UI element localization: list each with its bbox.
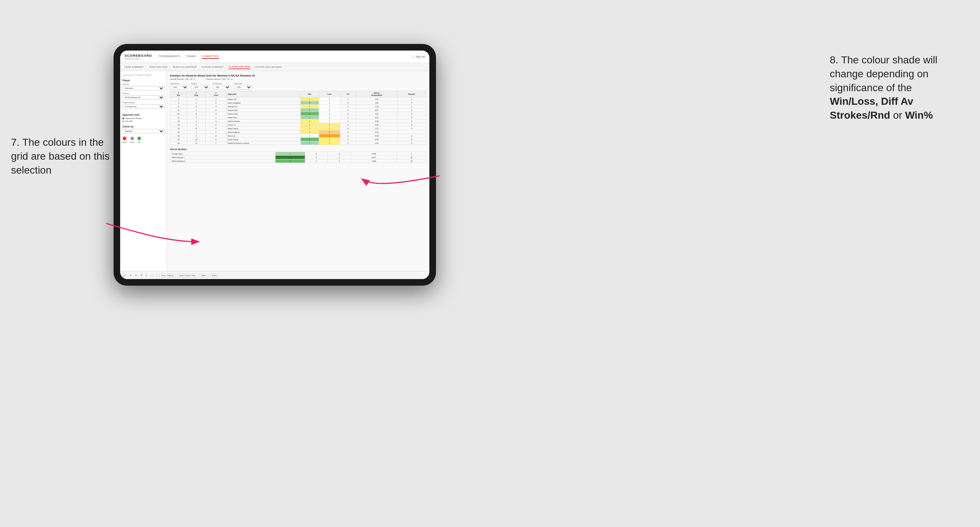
- share-btn[interactable]: Share: [210, 273, 219, 277]
- division-label: Division: [123, 92, 164, 94]
- filter-opponent-select[interactable]: (All): [234, 85, 252, 89]
- logo-title: SCOREBOARD: [124, 54, 152, 57]
- nav-item-committee[interactable]: COMMITTEE: [202, 54, 219, 59]
- main-data-table: #Div #Reg #Conf Opponent Win Loss Tie Di…: [170, 91, 426, 145]
- table-row: 3 1 1 Esther Lee 1 0 1 1.50 4: [170, 97, 426, 101]
- filter-opponent: Opponent (All): [234, 83, 252, 89]
- filter-conference-label: Conference: [213, 83, 231, 84]
- col-header-rounds: Rounds: [397, 91, 426, 97]
- filter-region-select[interactable]: (All): [191, 85, 210, 89]
- table-row: 11 1 1 Heejo Hyun 1 0 0 3.33 3: [170, 116, 426, 119]
- col-header-loss: Loss: [319, 91, 340, 97]
- radio-label-top100: Top 100: [125, 120, 133, 122]
- filter-region-label: Region: [191, 83, 210, 84]
- nav-separator: |: [412, 55, 413, 58]
- table-row: 15 8 5 Stella Cheng 1 1 0 1.25 4: [170, 127, 426, 130]
- filter-opponents-select[interactable]: (All): [170, 85, 188, 89]
- watch-btn[interactable]: Watch: [199, 273, 208, 277]
- gender-select[interactable]: Women's: [123, 86, 164, 90]
- division-select[interactable]: NCAA Division III: [123, 95, 164, 100]
- table-row: 18 2 2 Euna Lee 0 2 0 -5.00 2: [170, 134, 426, 138]
- annotation-left-text: 7. The colours in the grid are based on …: [11, 137, 110, 176]
- colour-by-select[interactable]: Win/loss: [123, 129, 164, 133]
- legend-level: Level: [130, 137, 134, 143]
- main-content: Last Updated: 27/03/2024 16:55:38 Player…: [120, 71, 430, 271]
- table-row: 20 11 7 Federica Domecq Lacroze 2 1 0 1.…: [170, 141, 426, 145]
- legend-text-up: Up: [138, 141, 140, 143]
- clock-btn[interactable]: 🕐: [150, 274, 154, 277]
- nav-item-teams[interactable]: TEAMS: [186, 54, 196, 59]
- legend-text-down: Down: [123, 141, 127, 143]
- out-of-division-title: Out of division: [170, 148, 426, 151]
- table-row: 20 10 6 Emily Chang 4 1 0 0.30 11: [170, 138, 426, 141]
- redo2-btn[interactable]: ↻: [134, 274, 138, 277]
- subnav-team-summary[interactable]: TEAM SUMMARY: [124, 65, 144, 69]
- filter-conference: Conference (All): [213, 83, 231, 89]
- legend-down: Down: [123, 137, 127, 143]
- filters-row: Opponents: (All) Region (All) Conference: [170, 83, 426, 89]
- sign-out-link[interactable]: Sign out: [415, 55, 425, 58]
- toolbar-divider-1: [157, 273, 157, 278]
- ood-table-row: NCAA Division 2 5 0 0 7.400 10: [170, 159, 426, 163]
- toolbar: ↩ ↺ ↻ ⧉ ⎘ 🕐 View: Original Save Custom V…: [120, 271, 430, 279]
- subnav-team-h2h-grid[interactable]: TEAM H2H GRID: [149, 65, 168, 69]
- nav-bar: SCOREBOARD Powered by clippd TOURNAMENTS…: [120, 51, 430, 63]
- col-header-div: #Div: [170, 91, 187, 97]
- out-of-division-table: Foreign Team 1 0 0 4.500 2 NAIA Division…: [170, 152, 426, 163]
- col-header-reg: #Reg: [187, 91, 205, 97]
- subnav-player-h2h-grid[interactable]: PLAYER H2H GRID: [229, 65, 250, 69]
- view-original-btn[interactable]: View: Original: [159, 273, 175, 277]
- filter-conference-select[interactable]: (All): [213, 85, 231, 89]
- filter-opponents-label: Opponents:: [170, 83, 188, 84]
- paste-btn[interactable]: ⎘: [145, 274, 148, 277]
- opponent-view-title: Opponent view: [123, 114, 164, 116]
- timestamp: Last Updated: 27/03/2024 16:55:38: [123, 74, 164, 76]
- ood-table-row: NAIA Division 1 15 0 0 9.267 30: [170, 156, 426, 159]
- subnav-player-h2h-heatmap[interactable]: PLAYER H2H HEATMAP: [255, 65, 282, 69]
- save-custom-btn[interactable]: Save Custom View: [177, 273, 197, 277]
- left-panel: Last Updated: 27/03/2024 16:55:38 Player…: [120, 71, 167, 271]
- legend-dot-down: [123, 137, 126, 140]
- radio-top100[interactable]: Top 100: [123, 120, 164, 122]
- player-rank-label: Player (Rank): [123, 102, 164, 104]
- redo1-btn[interactable]: ↺: [129, 274, 133, 277]
- table-row: 6 3 3 Sydney Kuo 1 0 0 -1.00 2: [170, 105, 426, 108]
- col-header-opponent: Opponent: [226, 91, 301, 97]
- ood-table-row: Foreign Team 1 0 0 4.500 2: [170, 152, 426, 156]
- legend-row: Down Level Up: [123, 137, 164, 143]
- overall-record: Overall Record: 353 - 34 - 6: [170, 78, 195, 80]
- logo-area: SCOREBOARD Powered by clippd: [124, 54, 152, 60]
- col-header-conf: #Conf: [205, 91, 226, 97]
- grid-title: Katelyn Vo Head-to-Head Grid for Women's…: [170, 74, 426, 77]
- nav-item-tournaments[interactable]: TOURNAMENTS: [159, 54, 180, 59]
- copy-btn[interactable]: ⧉: [140, 273, 143, 277]
- legend-dot-level: [130, 137, 134, 140]
- colour-by-label: Colour by: [123, 125, 164, 128]
- table-row: 5 2 2 Alexis Sudjianto 1 0 0 4.00 3: [170, 101, 426, 105]
- tablet-frame: SCOREBOARD Powered by clippd TOURNAMENTS…: [114, 44, 436, 286]
- subnav-team-h2h-heatmap[interactable]: TEAM H2H HEATMAP: [173, 65, 196, 69]
- player-rank-select[interactable]: 8. Katelyn Vo: [123, 105, 164, 109]
- table-row: 9 1 4 Sharon Mun 1 0 0 3.67 3: [170, 108, 426, 112]
- grid-subtitle: Overall Record: 353 - 34 - 6 Division Re…: [170, 78, 426, 80]
- annotation-left: 7. The colours in the grid are based on …: [11, 135, 110, 177]
- col-header-diff: Diff AvStrokes/Rnd: [356, 91, 398, 97]
- radio-opponents-played[interactable]: Opponents Played: [123, 117, 164, 119]
- radio-dot-top100: [123, 121, 124, 122]
- undo-btn[interactable]: ↩: [123, 274, 127, 277]
- legend-up: Up: [137, 137, 141, 143]
- subnav-player-summary[interactable]: PLAYER SUMMARY: [202, 65, 224, 69]
- filter-region: Region (All): [191, 83, 210, 89]
- player-section-title: Player: [123, 79, 164, 82]
- annotation-right: 8. The colour shade will change dependin…: [830, 53, 969, 122]
- table-row: 16 1 1 Jessica Mason 1 2 0 -0.94: [170, 130, 426, 134]
- filter-opponent-label: Opponent: [234, 83, 252, 84]
- table-row: 13 1 1 Jessica Huang 1 0 2 -3.00 2: [170, 119, 426, 123]
- col-header-tie: Tie: [340, 91, 356, 97]
- sub-nav: TEAM SUMMARY TEAM H2H GRID TEAM H2H HEAT…: [120, 63, 430, 71]
- division-record: Division Record: 331 - 34 - 6: [206, 78, 232, 80]
- right-content: Katelyn Vo Head-to-Head Grid for Women's…: [167, 71, 430, 271]
- col-header-win: Win: [301, 91, 319, 97]
- nav-right: | Sign out: [412, 55, 425, 58]
- legend-text-level: Level: [130, 141, 134, 143]
